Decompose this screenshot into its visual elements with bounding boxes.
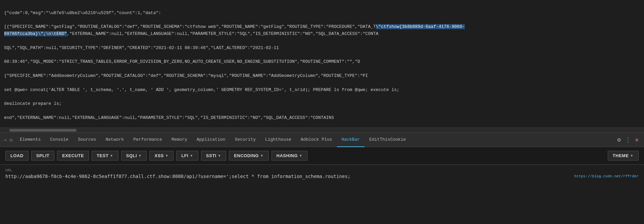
- content-line-7: set @qwe= concat('ALTER TABLE ', t_schem…: [4, 87, 640, 94]
- sqli-button[interactable]: SQLI▼: [121, 151, 147, 161]
- tab-performance[interactable]: Performance: [129, 132, 167, 147]
- close-icon[interactable]: ✕: [635, 136, 639, 143]
- more-icon[interactable]: ⋮: [625, 136, 631, 143]
- url-value[interactable]: http://aaba9678-f0cb-4c4e-9862-8c5eaff1f…: [5, 174, 639, 179]
- sqli-arrow: ▼: [138, 154, 142, 158]
- tab-list: Elements Console Sources Network Perform…: [15, 132, 617, 147]
- content-normal: [{"SPECIFIC_NAME":"getFlag","ROUTINE_CAT…: [4, 24, 376, 29]
- content-line-8: deallocate prepare ls;: [4, 100, 640, 107]
- encoding-button[interactable]: ENCODING▼: [229, 151, 268, 161]
- encoding-arrow: ▼: [260, 154, 263, 158]
- url-bar: URL http://aaba9678-f0cb-4c4e-9862-8c5ea…: [0, 165, 644, 182]
- url-label: URL: [5, 168, 639, 172]
- content-line-6: {"SPECIFIC_NAME":"AddGeometryColumn","RO…: [4, 73, 640, 80]
- devtools-right-icons: ⚙ ⋮ ✕: [617, 136, 643, 143]
- ssti-button[interactable]: SSTI▼: [201, 151, 226, 161]
- tab-editthiscookie[interactable]: EditThisCookie: [364, 132, 410, 147]
- hashing-arrow: ▼: [299, 154, 302, 158]
- content-line-2: [{"SPECIFIC_NAME":"getFlag","ROUTINE_CAT…: [4, 24, 640, 38]
- content-after-highlight: ,"EXTERNAL_NAME":null,"EXTERNAL_LANGUAGE…: [67, 31, 378, 36]
- tab-application[interactable]: Application: [192, 132, 230, 147]
- tab-memory[interactable]: Memory: [167, 132, 192, 147]
- test-arrow: ▼: [110, 154, 113, 158]
- content-line-1: {"code":0,"msg":"\u67e5\u8be2\u6210\u529…: [4, 10, 640, 17]
- lfi-button[interactable]: LFI▼: [176, 151, 198, 161]
- test-button[interactable]: TEST▼: [92, 151, 118, 161]
- xss-arrow: ▼: [165, 154, 168, 158]
- status-bar-right: https://blog.csdn.net/rffrder: [575, 174, 639, 178]
- theme-button[interactable]: THEME▼: [608, 151, 639, 161]
- devtools-left-icons: ⇨ ◻: [1, 137, 15, 143]
- hashing-button[interactable]: HASHING▼: [271, 151, 308, 161]
- content-line-4: SQL","SQL_PATH":null,"SECURITY_TYPE":"DE…: [4, 45, 640, 52]
- tab-console[interactable]: Console: [45, 132, 73, 147]
- inspect-icon[interactable]: ◻: [9, 137, 12, 143]
- tab-lighthouse[interactable]: Lighthouse: [260, 132, 296, 147]
- theme-arrow: ▼: [630, 154, 634, 158]
- lfi-arrow: ▼: [190, 154, 193, 158]
- ssti-arrow: ▼: [218, 154, 221, 158]
- execute-button[interactable]: EXECUTE: [57, 151, 89, 161]
- content-line-5: 08:39:46","SQL_MODE":"STRICT_TRANS_TABLE…: [4, 58, 640, 65]
- tab-network[interactable]: Network: [101, 132, 129, 147]
- load-button[interactable]: LOAD: [5, 151, 29, 161]
- tab-hackbar[interactable]: HackBar: [337, 132, 365, 147]
- tab-sources[interactable]: Sources: [73, 132, 101, 147]
- cursor-icon[interactable]: ⇨: [4, 137, 7, 143]
- tab-elements[interactable]: Elements: [15, 132, 45, 147]
- content-line-9: end","EXTERNAL_NAME":null,"EXTERNAL_LANG…: [4, 115, 640, 122]
- xss-button[interactable]: XSS▼: [149, 151, 174, 161]
- hackbar-toolbar: LOAD SPLIT EXECUTE TEST▼ SQLI▼ XSS▼ LFI▼…: [0, 147, 644, 165]
- split-button[interactable]: SPLIT: [31, 151, 54, 161]
- json-content: {"code":0,"msg":"\u67e5\u8be2\u6210\u529…: [0, 0, 644, 128]
- tab-adblock[interactable]: Adblock Plus: [296, 132, 337, 147]
- settings-icon[interactable]: ⚙: [617, 136, 621, 143]
- tab-security[interactable]: Security: [230, 132, 260, 147]
- devtools-tab-bar: ⇨ ◻ Elements Console Sources Network Per…: [0, 132, 644, 147]
